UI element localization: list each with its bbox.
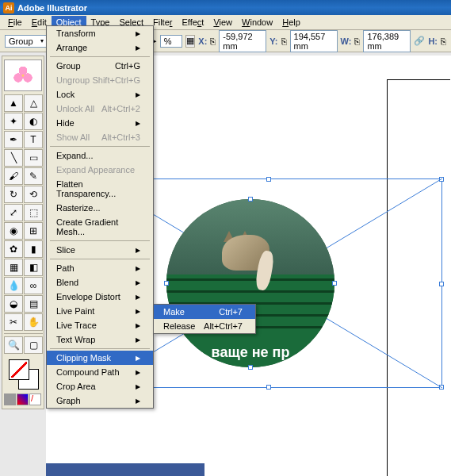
- menu-item-envelope-distort[interactable]: Envelope Distort▶: [47, 290, 153, 304]
- menu-item-label: Clipping Mask: [56, 353, 111, 363]
- y-field[interactable]: 194,557 mm: [290, 30, 338, 52]
- tool-selection[interactable]: ▲: [4, 94, 23, 112]
- submenu-label: Release: [163, 321, 195, 331]
- scrollbar-horizontal[interactable]: [46, 463, 204, 476]
- menu-item-label: Slice: [56, 245, 75, 255]
- tool-rotate[interactable]: ↻: [4, 186, 23, 203]
- menu-item-text-wrap[interactable]: Text Wrap▶: [47, 332, 153, 347]
- tool-pencil[interactable]: ✎: [24, 167, 43, 185]
- circle-handle-w[interactable]: [164, 281, 169, 286]
- tool-eyedropper[interactable]: 💧: [4, 277, 23, 294]
- menu-item-slice[interactable]: Slice▶: [47, 243, 153, 257]
- menu-item-clipping-mask[interactable]: Clipping Mask▶: [47, 351, 153, 365]
- menu-item-group[interactable]: GroupCtrl+G: [47, 59, 153, 73]
- tool-preview: [4, 60, 42, 91]
- y-value: 194,557 mm: [294, 32, 334, 51]
- menu-item-expand-[interactable]: Expand...: [47, 148, 153, 163]
- menu-item-transform[interactable]: Transform▶: [47, 26, 153, 40]
- menu-effect[interactable]: Effect: [177, 16, 208, 29]
- circle-handle-n[interactable]: [248, 197, 253, 202]
- menu-item-lock[interactable]: Lock▶: [47, 87, 153, 102]
- tool-magic-wand[interactable]: ✦: [4, 113, 23, 130]
- menu-item-arrange[interactable]: Arrange▶: [47, 40, 153, 55]
- tool-free-transform[interactable]: ⊞: [24, 222, 43, 240]
- tool-rectangle[interactable]: ▭: [24, 149, 43, 167]
- tool-warp[interactable]: ◉: [4, 222, 23, 240]
- submenu-arrow-icon: ▶: [136, 265, 140, 272]
- tool-symbol-sprayer[interactable]: ✿: [4, 240, 23, 258]
- color-swatch[interactable]: [4, 356, 43, 391]
- tool-slice[interactable]: ▤: [24, 295, 43, 313]
- opacity-field[interactable]: %: [160, 35, 182, 48]
- h-label: H:: [428, 36, 438, 46]
- menu-item-label: Flatten Transparency...: [56, 179, 140, 198]
- menu-item-expand-appearance: Expand Appearance: [47, 163, 153, 177]
- handle-n[interactable]: [266, 177, 271, 182]
- menu-help[interactable]: Help: [277, 16, 305, 29]
- x-value: -59,972 mm: [223, 32, 262, 51]
- submenu-arrow-icon: ▶: [136, 383, 140, 390]
- align-pixel-button[interactable]: ▦: [185, 35, 196, 48]
- submenu-arrow-icon: ▶: [136, 355, 140, 362]
- tool-gradient[interactable]: ◧: [24, 259, 43, 276]
- tool-zoom[interactable]: 🔍: [4, 336, 23, 354]
- link-xy-icon-2: ⎘: [281, 36, 287, 46]
- tool-artboard[interactable]: ▢: [24, 336, 43, 354]
- clipped-image[interactable]: ваще не пр: [166, 199, 334, 367]
- tool-shear[interactable]: ⬚: [24, 204, 43, 221]
- handle-ne[interactable]: [439, 177, 444, 182]
- menu-item-live-trace[interactable]: Live Trace▶: [47, 318, 153, 332]
- menu-item-label: Crop Area: [56, 382, 96, 391]
- tool-graph[interactable]: ▮: [24, 240, 43, 258]
- menu-item-path[interactable]: Path▶: [47, 261, 153, 275]
- menu-file[interactable]: File: [3, 16, 27, 29]
- menu-item-create-gradient-mesh-[interactable]: Create Gradient Mesh...: [47, 215, 153, 239]
- submenu-item-release[interactable]: ReleaseAlt+Ctrl+7: [154, 319, 255, 333]
- tool-direct-selection[interactable]: △: [24, 94, 43, 112]
- handle-e[interactable]: [439, 282, 444, 286]
- menu-item-label: Arrange: [56, 43, 87, 52]
- tool-type[interactable]: T: [24, 131, 43, 148]
- submenu-item-make[interactable]: MakeCtrl+7: [154, 305, 255, 319]
- menu-view[interactable]: View: [208, 16, 237, 29]
- menu-item-blend[interactable]: Blend▶: [47, 275, 153, 290]
- tool-reflect[interactable]: ⟲: [24, 186, 43, 203]
- menu-window[interactable]: Window: [237, 16, 277, 29]
- tool-live-paint[interactable]: ◒: [4, 295, 23, 313]
- swatch-modes[interactable]: /: [4, 393, 43, 405]
- handle-se[interactable]: [439, 385, 444, 390]
- menu-item-rasterize-[interactable]: Rasterize...: [47, 201, 153, 215]
- menu-item-compound-path[interactable]: Compound Path▶: [47, 365, 153, 379]
- link-constrain-icon[interactable]: 🔗: [414, 36, 425, 46]
- menu-item-label: Ungroup: [56, 75, 90, 85]
- circle-handle-s[interactable]: [248, 365, 253, 370]
- tool-pen[interactable]: ✒: [4, 131, 23, 148]
- submenu-arrow-icon: ▶: [136, 247, 140, 254]
- tool-blend[interactable]: ∞: [24, 277, 43, 294]
- x-field[interactable]: -59,972 mm: [219, 30, 266, 52]
- menu-item-flatten-transparency-[interactable]: Flatten Transparency...: [47, 177, 153, 201]
- menu-item-label: Envelope Distort: [56, 292, 120, 301]
- tool-lasso[interactable]: ◐: [24, 113, 43, 130]
- selection-type[interactable]: Group ▾: [5, 35, 48, 48]
- submenu-arrow-icon: ▶: [136, 322, 140, 329]
- w-field[interactable]: 176,389 mm: [363, 30, 411, 52]
- tool-scale[interactable]: ⤢: [4, 204, 23, 221]
- menu-shortcut: Alt+Ctrl+3: [101, 132, 140, 142]
- menu-item-label: Path: [56, 263, 75, 273]
- menu-item-crop-area[interactable]: Crop Area▶: [47, 379, 153, 393]
- menu-shortcut: Alt+Ctrl+2: [101, 104, 140, 113]
- menu-item-hide[interactable]: Hide▶: [47, 116, 153, 130]
- tool-hand[interactable]: ✋: [24, 313, 43, 331]
- tool-line[interactable]: ╲: [4, 149, 23, 167]
- submenu-arrow-icon: ▶: [136, 397, 140, 405]
- submenu-arrow-icon: ▶: [136, 279, 140, 286]
- tool-scissors[interactable]: ✂: [4, 313, 23, 331]
- titlebar: Ai Adobe Illustrator: [0, 0, 451, 15]
- circle-handle-e[interactable]: [332, 281, 337, 286]
- menu-item-live-paint[interactable]: Live Paint▶: [47, 304, 153, 318]
- tool-mesh[interactable]: ▦: [4, 259, 23, 276]
- tool-paintbrush[interactable]: 🖌: [4, 167, 23, 185]
- menu-item-graph[interactable]: Graph▶: [47, 393, 153, 408]
- handle-s[interactable]: [266, 385, 271, 390]
